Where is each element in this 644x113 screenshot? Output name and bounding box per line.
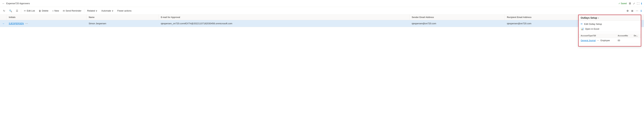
fullscreen-icon[interactable]: ⛶ bbox=[637, 2, 639, 5]
edit-outlay-icon: ✏ bbox=[581, 22, 583, 25]
list-view: Initials Name E-mail for Approval Sender… bbox=[0, 15, 644, 113]
automate-chevron-icon: ∨ bbox=[112, 9, 114, 12]
row-arrow-icon: → bbox=[2, 22, 4, 25]
related-chevron-icon: ∨ bbox=[96, 9, 98, 12]
sub-col-account-no: AccountNo bbox=[616, 33, 632, 38]
back-icon: ← bbox=[2, 2, 5, 5]
sub-account-type-cell: General Journal ⋯ Employee bbox=[578, 38, 616, 43]
col-sender-email: Sender Email Address bbox=[410, 15, 505, 20]
sub-col-de: De... bbox=[632, 33, 641, 38]
fewer-actions-button[interactable]: Fewer actions bbox=[116, 8, 133, 13]
refresh-button[interactable]: ↻ bbox=[2, 8, 7, 13]
info-icon[interactable]: ℹ bbox=[640, 9, 642, 13]
table-header-row: Initials Name E-mail for Approval Sender… bbox=[0, 15, 644, 20]
command-bar: ↻ 🔍 ☰ ✏ Edit List 🗑 Delete + New ✉ Send … bbox=[0, 7, 644, 15]
title-bar: ← Expense720 Approvers ✓ Saved 🖥 ⤢ ⛶ ℹ bbox=[0, 0, 644, 7]
new-icon: + bbox=[52, 9, 54, 12]
delete-icon: 🗑 bbox=[39, 9, 41, 12]
outlays-content-area: AccountType720 AccountNo De... General J… bbox=[578, 32, 641, 46]
outlays-menu: ✏ Edit Outlay Setup 📊 Open in Excel bbox=[578, 21, 641, 32]
open-in-excel-label: Open in Excel bbox=[585, 28, 599, 30]
excel-icon: 📊 bbox=[581, 27, 584, 30]
outlays-panel: Outlays Setup ∨ ✏ Edit Outlay Setup 📊 Op… bbox=[578, 15, 641, 46]
send-reminder-button[interactable]: ✉ Send Reminder bbox=[61, 8, 83, 13]
edit-list-button[interactable]: ✏ Edit List bbox=[22, 8, 36, 13]
monitor-icon[interactable]: 🖥 bbox=[628, 2, 631, 5]
row-initials-cell: SJESPERSEN ⋯ bbox=[7, 20, 86, 27]
filter-rows-icon[interactable]: ⚙ bbox=[626, 9, 630, 13]
approvers-table: Initials Name E-mail for Approval Sender… bbox=[0, 15, 644, 27]
row-arrow-cell: → bbox=[0, 20, 7, 27]
sub-de-cell bbox=[632, 38, 641, 43]
row-email-approval-cell: sjespersen_on720.com#EXT#@20221107182030… bbox=[159, 20, 410, 27]
sub-col-account-type: AccountType720 bbox=[578, 33, 616, 38]
title-bar-actions: ✓ Saved 🖥 ⤢ ⛶ ℹ bbox=[618, 2, 642, 5]
col-initials: Initials bbox=[7, 15, 86, 20]
col-arrow bbox=[0, 15, 7, 20]
table-row[interactable]: → SJESPERSEN ⋯ Simon Jespersen sjesperse… bbox=[0, 20, 644, 27]
saved-indicator: ✓ Saved bbox=[618, 2, 627, 5]
app-title: Expense720 Approvers bbox=[6, 2, 617, 5]
settings-icon[interactable]: ℹ bbox=[641, 2, 642, 5]
col-email-approval: E-mail for Approval bbox=[159, 15, 410, 20]
search-icon: 🔍 bbox=[9, 9, 12, 12]
sub-account-no-cell: 00 bbox=[616, 38, 632, 43]
column-chooser-icon[interactable]: ⊞ bbox=[630, 9, 634, 13]
send-reminder-icon: ✉ bbox=[63, 9, 65, 12]
edit-icon: ✏ bbox=[24, 9, 26, 12]
related-button[interactable]: Related ∨ bbox=[85, 8, 99, 13]
col-name: Name bbox=[86, 15, 159, 20]
more-options-icon[interactable]: ⋯ bbox=[635, 9, 639, 13]
search-button[interactable]: 🔍 bbox=[7, 8, 14, 13]
sub-employee-label: Employee bbox=[600, 39, 610, 42]
automate-button[interactable]: Automate ∨ bbox=[100, 8, 115, 13]
separator-1 bbox=[21, 9, 21, 13]
sub-table-header-row: AccountType720 AccountNo De... bbox=[578, 33, 641, 38]
row-context-menu-button[interactable]: ⋯ bbox=[24, 21, 29, 25]
row-sender-email-cell: sjespersen@on720.com bbox=[410, 20, 505, 27]
filter-button[interactable]: ☰ bbox=[14, 8, 20, 13]
saved-checkmark: ✓ Saved bbox=[618, 2, 627, 5]
outlays-chevron-icon[interactable]: ∨ bbox=[598, 17, 599, 19]
edit-outlay-setup-item[interactable]: ✏ Edit Outlay Setup bbox=[578, 21, 641, 26]
row-name-cell: Simon Jespersen bbox=[86, 20, 159, 27]
initials-link[interactable]: SJESPERSEN bbox=[9, 22, 24, 25]
outlays-panel-header: Outlays Setup ∨ bbox=[578, 15, 641, 21]
sub-table-row[interactable]: General Journal ⋯ Employee 00 bbox=[578, 38, 641, 43]
general-journal-link[interactable]: General Journal bbox=[581, 39, 596, 42]
outlays-panel-title: Outlays Setup bbox=[581, 16, 597, 19]
sub-row-context-menu[interactable]: ⋯ bbox=[596, 39, 600, 42]
outlays-sub-table: AccountType720 AccountNo De... General J… bbox=[578, 33, 641, 43]
new-button[interactable]: + New bbox=[50, 8, 61, 13]
main-area: Initials Name E-mail for Approval Sender… bbox=[0, 15, 644, 113]
delete-button[interactable]: 🗑 Delete bbox=[37, 8, 50, 13]
refresh-icon: ↻ bbox=[3, 9, 5, 12]
edit-outlay-label: Edit Outlay Setup bbox=[584, 23, 602, 25]
open-in-excel-item[interactable]: 📊 Open in Excel bbox=[578, 26, 641, 31]
back-button[interactable]: ← bbox=[2, 2, 5, 5]
filter-icon: ☰ bbox=[16, 9, 18, 12]
expand-icon[interactable]: ⤢ bbox=[633, 2, 635, 5]
